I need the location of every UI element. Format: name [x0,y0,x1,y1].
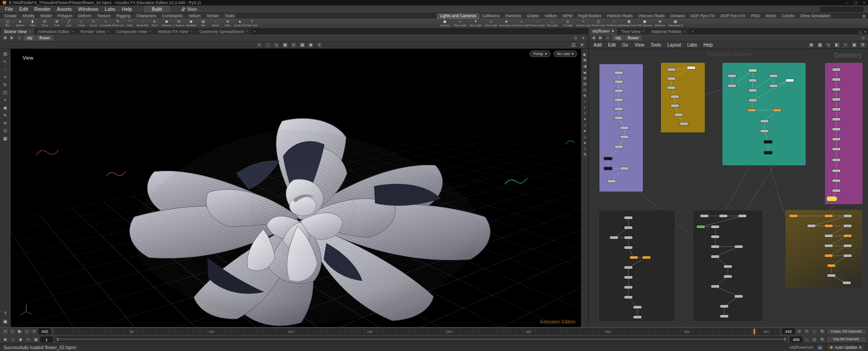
current-frame-field[interactable]: 442 [38,328,51,334]
status-log-icon[interactable]: ▤ [816,345,823,351]
pane-tab-render-view[interactable]: Render View× [77,28,113,34]
network-node[interactable] [825,254,833,257]
home-icon[interactable]: ⌂ [605,34,611,41]
network-node[interactable] [760,120,769,122]
shaded-icon[interactable]: ▰ [584,129,586,133]
pane-tab-material-palette[interactable]: Material Palette× [648,28,689,34]
playback-loop-icon[interactable]: ↻ [803,328,810,334]
maximize-button[interactable]: ▢ [854,0,858,5]
network-node[interactable] [711,285,719,288]
menu-windows[interactable]: Windows [75,6,102,12]
edges-select-icon[interactable]: ∿ [273,42,280,48]
auto-key-icon[interactable]: ◉ [2,337,9,342]
network-node[interactable] [827,264,835,267]
prev-frame-button[interactable]: ‹ [9,328,16,335]
close-tab-icon[interactable]: × [149,30,151,33]
shelf-tab-terrain[interactable]: Terrain [204,14,222,19]
pane-menu-icon[interactable]: ▾ [864,30,866,34]
shelf-tool-path[interactable]: ◠Path [124,19,136,28]
network-node[interactable] [700,215,708,217]
pane-tab-motion-fx-view[interactable]: Motion FX View× [155,28,196,34]
shelf-tool-l-system[interactable]: ΨL-System [173,19,185,28]
shelf-tool-box[interactable]: ▢Box [2,19,14,28]
shelf-tool-draw-curve[interactable]: ✎Draw Curve [112,19,124,28]
network-node[interactable] [615,98,623,101]
shelf-tab-wires[interactable]: Wires [763,14,779,19]
select-icon[interactable]: ↖ [3,59,7,65]
shelf-tool-metaball[interactable]: ◉Metaball [185,19,197,28]
pin-icon[interactable]: ⊙ [860,36,866,40]
net-snapshot-icon[interactable]: ▣ [851,42,858,48]
network-node[interactable] [832,68,840,71]
network-node[interactable] [738,215,746,217]
shelf-tab-particle-fluids[interactable]: Particle Fluids [604,14,636,19]
timeline-ruler[interactable]: 50100150200250300350400450 [54,328,779,335]
pane-tab-animation-editor[interactable]: Animation Editor× [35,28,77,34]
network-node[interactable] [832,98,840,101]
menu-help[interactable]: Help [118,6,135,12]
network-node[interactable] [832,159,840,161]
shelf-tab-particles[interactable]: Particles [503,14,524,19]
network-node[interactable] [832,108,840,111]
shelf-tool-portal-light[interactable]: ◫Portal Light [591,19,606,28]
next-frame-button[interactable]: › [24,328,30,335]
shelf-tool-sphere[interactable]: ●Sphere [14,19,26,28]
shelf-tool-switcher[interactable]: ⇄Switcher [652,19,668,28]
network-node[interactable] [769,84,778,87]
key-all-channels-button[interactable]: Key All Channels [826,336,866,342]
shelf-tool-area-light[interactable]: ▭Area Light [483,19,499,28]
pane-split-icon[interactable]: ◫ [859,30,862,34]
network-node[interactable] [711,255,719,258]
shelf-tab-vellum[interactable]: Vellum [542,14,560,19]
shelf-tool-helix[interactable]: ≋Helix [222,19,234,28]
desktop-icon[interactable]: ▣ [3,319,7,324]
close-tab-icon[interactable]: × [246,30,248,33]
network-backdrop-olive[interactable] [661,63,705,132]
network-node[interactable] [633,316,642,318]
playback-realtime-icon[interactable]: ⊙ [796,328,802,334]
close-button[interactable]: × [863,0,865,5]
shelf-tab-pdg[interactable]: PDG [748,14,763,19]
range-start-handle[interactable] [57,337,59,341]
net-colors-icon[interactable]: ◧ [834,42,840,48]
secure-selection-icon[interactable]: ≡ [316,42,323,48]
range-end-field[interactable]: 458 [790,337,802,342]
network-backdrop-dark-2[interactable] [693,210,763,322]
shelf-tab-mpm[interactable]: MPM [560,14,575,19]
construction-icon[interactable]: ▦ [3,136,7,141]
close-tab-icon[interactable]: × [29,30,31,33]
back-icon[interactable]: ◀ [590,34,596,41]
top-view-icon[interactable]: ⬒ [583,58,586,62]
shelf-tab-deform[interactable]: Deform [75,14,94,19]
desktop-tab-build[interactable]: Build [144,6,170,13]
close-tab-icon[interactable]: × [642,30,645,33]
wireframe-icon[interactable]: ▱ [584,123,586,127]
net-menu-labs[interactable]: Labs [684,42,700,47]
shelf-tool-font[interactable]: AFont [148,19,160,28]
network-node[interactable] [671,104,679,107]
network-node[interactable] [832,148,840,150]
shelf-tab-sop-pyro-fx[interactable]: SOP Pyro FX [688,14,717,19]
prims-select-icon[interactable]: ▣ [282,42,288,48]
network-node[interactable] [667,68,675,71]
close-tab-icon[interactable]: × [107,30,109,33]
network-node[interactable] [615,108,623,110]
network-node[interactable] [687,66,695,69]
home-icon[interactable]: ⌂ [16,34,22,41]
net-overview-icon[interactable]: ⌗ [842,42,849,48]
shelf-tool-spiral[interactable]: ◌Spiral [209,19,222,28]
shelf-tab-grains[interactable]: Grains [524,14,542,19]
network-node[interactable] [642,256,651,259]
shelf-tool-ambient-light[interactable]: ○Ambient Light [606,19,622,28]
network-node[interactable] [624,296,632,299]
shelf-tool-tube[interactable]: ▮Tube [26,19,38,28]
shelf-tool-stereo-camera[interactable]: ◧Stereo Camera [622,19,637,28]
shelf-tool-curve-bezier[interactable]: ≈Curve Bezier [99,19,112,28]
pane-tab-composite-view[interactable]: Composite View× [113,28,155,34]
right-view-icon[interactable]: ⬓ [583,70,586,74]
shelf-tab-create[interactable]: Create [2,14,19,19]
shelf-tab-texture[interactable]: Texture [94,14,113,19]
shelf-tool-geometry-light[interactable]: ◈Geometry Light [499,19,514,28]
net-menu-help[interactable]: Help [700,42,716,47]
back-icon[interactable]: ◀ [2,34,8,41]
